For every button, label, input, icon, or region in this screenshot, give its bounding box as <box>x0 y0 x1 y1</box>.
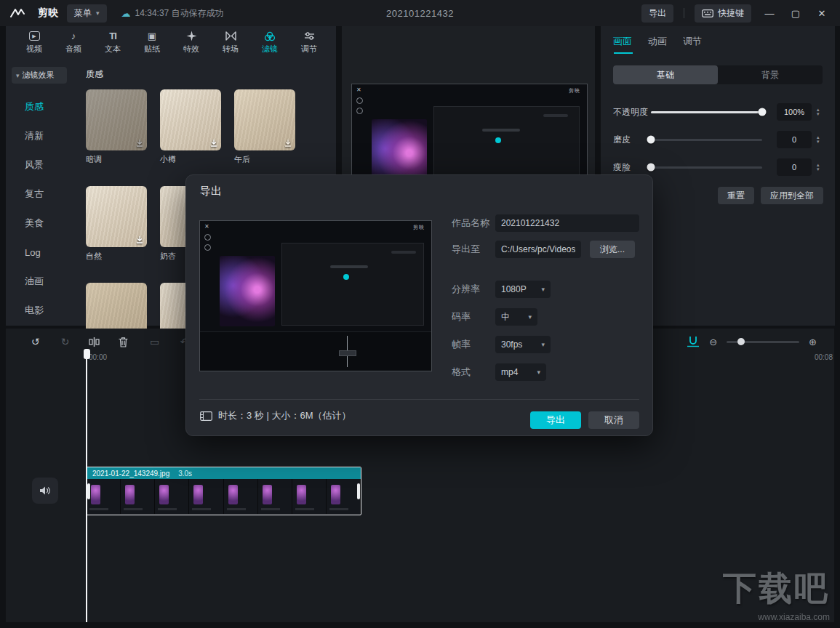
tab-effects[interactable]: 特效 <box>172 30 211 55</box>
filter-effects-header[interactable]: ▾ 滤镜效果 <box>12 67 67 84</box>
redo-icon[interactable]: ↻ <box>59 336 71 347</box>
tab-audio[interactable]: ♪ 音频 <box>54 30 93 55</box>
snap-magnet-icon[interactable] <box>687 336 700 347</box>
smooth-skin-stepper[interactable]: ▴ ▾ <box>817 135 820 144</box>
undo-icon[interactable]: ↺ <box>29 336 41 347</box>
download-icon[interactable] <box>284 139 292 148</box>
category-texture[interactable]: 质感 <box>6 92 73 121</box>
work-name-input[interactable] <box>495 214 639 232</box>
opacity-stepper[interactable]: ▴ ▾ <box>817 108 820 116</box>
filter-thumb[interactable] <box>86 89 147 150</box>
chevron-down-icon: ▾ <box>16 72 20 79</box>
export-cancel-button[interactable]: 取消 <box>588 411 639 429</box>
tab-filters[interactable]: 滤镜 <box>250 30 289 55</box>
text-icon: TI <box>109 30 116 42</box>
film-frame <box>258 479 292 514</box>
subtab-background[interactable]: 背景 <box>718 65 823 84</box>
eye-icon <box>204 244 211 251</box>
export-button-top[interactable]: 导出 <box>641 4 673 23</box>
category-log[interactable]: Log <box>6 238 73 267</box>
subtab-basic[interactable]: 基础 <box>613 65 718 84</box>
category-fresh[interactable]: 清新 <box>6 121 73 150</box>
slider-knob[interactable] <box>737 338 745 345</box>
category-retro[interactable]: 复古 <box>6 180 73 209</box>
download-icon[interactable] <box>135 139 144 148</box>
playhead[interactable] <box>86 349 87 622</box>
tab-animation[interactable]: 动画 <box>648 35 667 54</box>
menu-button[interactable]: 菜单 ▾ <box>67 4 107 23</box>
shortcuts-button[interactable]: 快捷键 <box>695 4 751 23</box>
browse-button[interactable]: 浏览... <box>590 241 635 258</box>
tab-adjust[interactable]: 调节 <box>289 30 329 55</box>
film-frame <box>121 479 155 514</box>
filter-thumb[interactable] <box>86 186 147 247</box>
download-icon[interactable] <box>209 139 218 148</box>
zoom-out-icon[interactable]: ⊖ <box>709 337 717 347</box>
inner-ui-panel <box>281 243 424 326</box>
apply-to-all-button[interactable]: 应用到全部 <box>761 187 823 204</box>
filter-thumb[interactable] <box>234 89 295 150</box>
tab-transition[interactable]: 转场 <box>211 30 250 55</box>
timeline-zoom-slider[interactable] <box>727 341 799 343</box>
shortcuts-label: 快捷键 <box>718 7 744 20</box>
reset-button[interactable]: 重置 <box>718 187 754 204</box>
film-frame <box>87 479 121 514</box>
slim-face-value[interactable]: 0 <box>777 158 812 176</box>
dialog-divider <box>199 399 639 400</box>
split-icon[interactable] <box>89 337 101 347</box>
playhead-handle[interactable] <box>84 349 90 359</box>
category-food[interactable]: 美食 <box>6 209 73 238</box>
smooth-skin-slider[interactable] <box>651 139 762 141</box>
film-frame <box>155 479 189 514</box>
autosave-status: ☁ 14:34:37 自动保存成功 <box>121 7 224 20</box>
slim-face-slider[interactable] <box>651 166 762 169</box>
tab-video[interactable]: ▶ 视频 <box>15 30 54 55</box>
menu-label: 菜单 <box>74 7 92 20</box>
framerate-select[interactable]: 30fps ▾ <box>495 336 551 353</box>
category-oilpaint[interactable]: 油画 <box>6 267 73 296</box>
slider-knob[interactable] <box>647 164 655 172</box>
category-scenery[interactable]: 风景 <box>6 150 73 180</box>
slider-knob[interactable] <box>647 136 655 144</box>
minimize-button[interactable]: — <box>761 8 777 19</box>
film-icon <box>200 411 212 421</box>
bitrate-select[interactable]: 中 ▾ <box>495 308 537 326</box>
delete-icon[interactable] <box>119 337 131 347</box>
timeline-clip[interactable]: 2021-01-22_143249.jpg 3.0s <box>86 467 361 515</box>
inner-brand: 剪映 <box>413 224 425 231</box>
zoom-in-icon[interactable]: ⊕ <box>809 337 817 347</box>
cyan-dot <box>495 137 501 143</box>
export-confirm-button[interactable]: 导出 <box>530 411 581 429</box>
slim-face-stepper[interactable]: ▴ ▾ <box>817 163 820 172</box>
spinner-down-icon[interactable]: ▾ <box>817 112 820 116</box>
smooth-skin-value[interactable]: 0 <box>777 131 812 148</box>
mute-track-button[interactable] <box>32 478 58 504</box>
opacity-slider[interactable] <box>651 111 762 113</box>
dialog-title: 导出 <box>200 185 222 198</box>
adjust-icon <box>304 31 315 41</box>
download-icon[interactable] <box>135 236 144 244</box>
freeze-frame-icon[interactable]: ▭ <box>148 336 161 347</box>
filter-thumb[interactable] <box>160 89 221 150</box>
chevron-down-icon: ▾ <box>96 9 100 17</box>
slider-knob[interactable] <box>759 108 767 116</box>
tab-sticker[interactable]: ▣ 贴纸 <box>132 30 172 55</box>
maximize-button[interactable]: ▢ <box>788 8 804 19</box>
film-frame <box>327 479 361 514</box>
effects-icon <box>186 31 197 41</box>
resolution-select[interactable]: 1080P ▾ <box>495 281 551 298</box>
close-button[interactable]: ✕ <box>814 8 830 19</box>
divider <box>684 8 684 18</box>
chevron-down-icon: ▾ <box>528 313 532 321</box>
chevron-down-icon: ▾ <box>541 341 545 348</box>
category-movie[interactable]: 电影 <box>6 296 73 325</box>
cyan-dot <box>343 274 349 280</box>
export-path-input[interactable] <box>495 241 581 258</box>
tab-picture[interactable]: 画面 <box>613 35 632 54</box>
tab-text[interactable]: TI 文本 <box>93 30 132 55</box>
opacity-value[interactable]: 100% <box>777 103 812 121</box>
spinner-down-icon[interactable]: ▾ <box>817 167 820 172</box>
tab-adjustment[interactable]: 调节 <box>683 35 702 54</box>
format-select[interactable]: mp4 ▾ <box>495 363 546 381</box>
spinner-down-icon[interactable]: ▾ <box>817 140 820 144</box>
